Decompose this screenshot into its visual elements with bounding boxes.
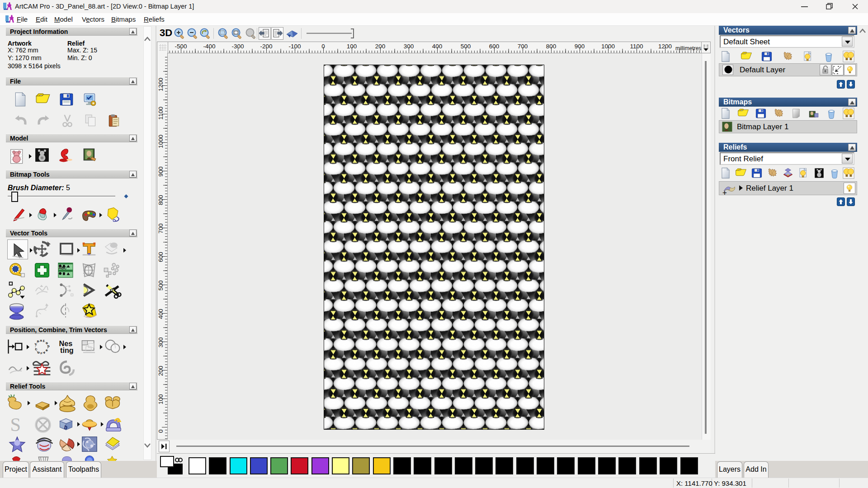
svg-text:b: b <box>64 424 68 431</box>
svg-text:e: e <box>44 348 49 352</box>
svg-text:ABC: ABC <box>59 266 67 270</box>
svg-text:u: u <box>37 350 40 355</box>
svg-text:ting: ting <box>60 346 74 354</box>
svg-text:n: n <box>46 344 51 348</box>
svg-text:t: t <box>42 339 45 343</box>
svg-text:x: x <box>40 338 42 343</box>
svg-text:S: S <box>10 415 21 433</box>
